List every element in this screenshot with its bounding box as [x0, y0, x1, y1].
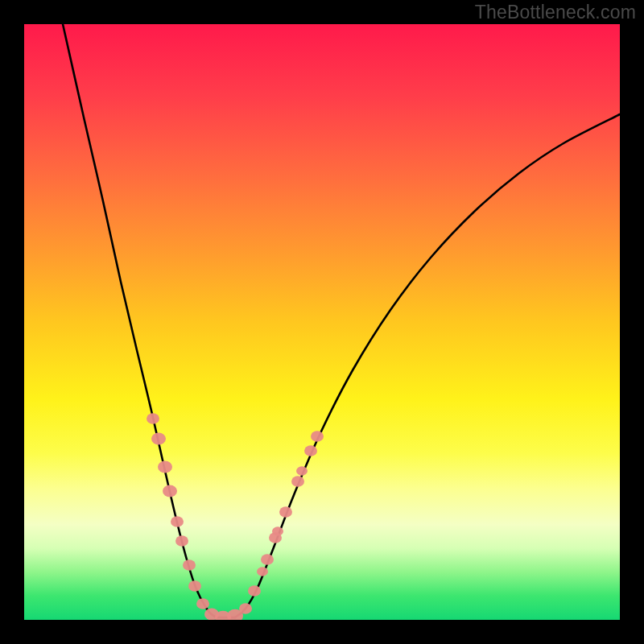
dot-right-branch-dots	[296, 466, 308, 476]
plot-area	[24, 24, 620, 620]
dot-right-branch-dots	[248, 585, 261, 596]
dot-bottom-dots	[196, 598, 209, 609]
dot-right-branch-dots	[261, 554, 274, 564]
dot-right-branch-dots	[304, 445, 317, 456]
dot-left-branch-dots	[171, 516, 184, 526]
dot-left-branch-dots	[158, 461, 172, 473]
series-right-curve	[235, 114, 620, 617]
dot-right-branch-dots	[291, 476, 304, 486]
dot-right-branch-dots	[311, 431, 324, 441]
dot-left-branch-dots	[151, 433, 166, 445]
dot-right-branch-dots	[257, 567, 268, 576]
watermark-text: TheBottleneck.com	[475, 2, 636, 23]
scatter-dots	[147, 413, 324, 620]
dot-left-branch-dots	[183, 559, 196, 570]
dot-bottom-dots	[239, 603, 252, 613]
chart-frame: TheBottleneck.com	[0, 0, 644, 644]
chart-svg	[24, 24, 620, 620]
dot-right-branch-dots	[279, 506, 292, 517]
dot-left-branch-dots	[175, 535, 188, 546]
dot-right-branch-dots	[272, 526, 283, 536]
curve-paths	[63, 24, 620, 617]
dot-left-branch-dots	[147, 413, 159, 423]
series-left-curve	[63, 24, 216, 617]
dot-left-branch-dots	[188, 580, 201, 591]
dot-left-branch-dots	[163, 485, 177, 497]
